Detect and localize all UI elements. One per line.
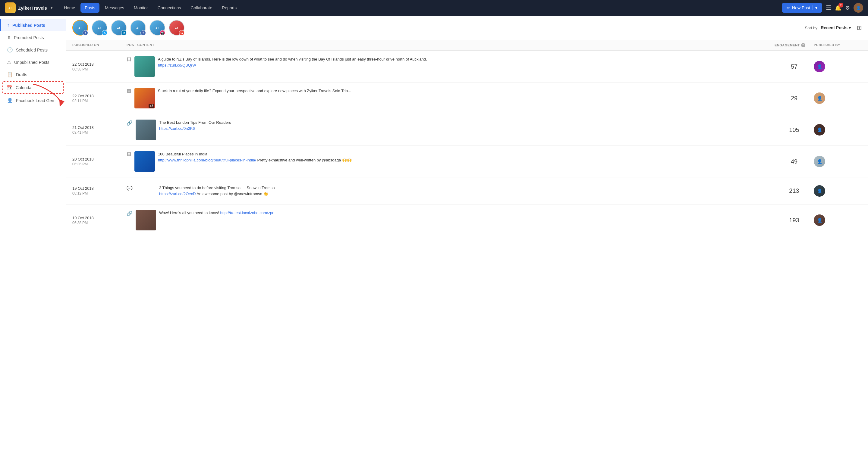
nav-item-reports[interactable]: Reports xyxy=(218,3,241,13)
posts-list: 22 Oct 2018 06:38 PM 🖼 A guide to NZ's B… xyxy=(66,51,868,236)
col-header-engagement: ENGAGEMENT ? xyxy=(775,43,814,47)
fb-badge-2: f xyxy=(141,30,146,36)
tw-badge-1: 𝕏 xyxy=(102,30,107,36)
sidebar-item-drafts[interactable]: 📋 Drafts xyxy=(0,68,66,81)
publisher-avatar-1: 👤 xyxy=(814,61,862,72)
post-date-3: 21 Oct 2018 03:41 PM xyxy=(72,125,127,135)
main-content: ZT f ZT 𝕏 ZT in ZT f ZT 📷 ZT G xyxy=(66,16,868,459)
engagement-count-1: 57 xyxy=(775,63,814,70)
sidebar-label-calendar: Calendar xyxy=(16,85,33,90)
table-row: 19 Oct 2018 08:12 PM 💬 3 Things you need… xyxy=(66,177,868,204)
nav-item-messages[interactable]: Messages xyxy=(101,3,128,13)
table-row: 20 Oct 2018 06:36 PM 🖼 100 Beautiful Pla… xyxy=(66,146,868,177)
table-row: 22 Oct 2018 02:11 PM 🖼 +3 Stuck in a rut… xyxy=(66,83,868,114)
post-thumbnail-1[interactable] xyxy=(134,56,155,77)
avatar-1: 👤 xyxy=(814,61,825,72)
li-badge-1: in xyxy=(121,30,127,36)
post-content-cell-3: 🔗 The Best London Tips From Our Readers … xyxy=(127,120,775,140)
nav-items: Home Posts Messages Monitor Connections … xyxy=(60,3,782,13)
post-thumbnail-3[interactable] xyxy=(135,120,156,140)
post-link-3[interactable]: https://zurl.co/0n2K6 xyxy=(159,126,195,131)
sort-chevron-icon: ▾ xyxy=(849,25,851,30)
post-link-6[interactable]: http://tu-test.localzoho.com/zpn xyxy=(220,210,274,215)
nav-item-monitor[interactable]: Monitor xyxy=(130,3,152,13)
calendar-icon: 📅 xyxy=(7,85,13,90)
sidebar-label-leadgen: Facebook Lead Gen xyxy=(16,98,54,103)
nav-item-posts[interactable]: Posts xyxy=(81,3,99,13)
unpublished-posts-icon: ⚠ xyxy=(7,59,11,65)
sidebar-item-promoted[interactable]: ⬆ Promoted Posts xyxy=(0,31,66,44)
post-type-icon-3: 🔗 xyxy=(127,120,133,126)
new-post-label: New Post xyxy=(792,5,810,10)
scheduled-posts-icon: 🕐 xyxy=(7,47,13,53)
sort-current-value: Recent Posts xyxy=(821,25,847,30)
post-thumbnail-2[interactable]: +3 xyxy=(134,88,155,108)
post-date-2: 22 Oct 2018 02:11 PM xyxy=(72,94,127,103)
engagement-count-2: 29 xyxy=(775,95,814,102)
engagement-count-6: 193 xyxy=(775,217,814,224)
channel-ig1[interactable]: ZT 📷 xyxy=(150,20,165,36)
sidebar-item-leadgen[interactable]: 👤 Facebook Lead Gen xyxy=(0,94,66,107)
table-row: 19 Oct 2018 06:38 PM 🔗 Wow! Here's all y… xyxy=(66,204,868,236)
app-body: ↑ Published Posts ⬆ Promoted Posts 🕐 Sch… xyxy=(0,16,868,459)
publisher-avatar-3: 👤 xyxy=(814,124,862,135)
nav-item-collaborate[interactable]: Collaborate xyxy=(187,3,217,13)
fb-badge-1: f xyxy=(83,30,88,36)
publisher-avatar-4: 👤 xyxy=(814,156,862,167)
col-header-published-on: PUBLISHED ON xyxy=(72,43,127,47)
settings-button[interactable]: ⚙ xyxy=(845,4,850,11)
brand-logo-icon: ZT xyxy=(5,2,16,13)
sidebar-label-published: Published Posts xyxy=(12,23,45,28)
avatar-5: 👤 xyxy=(814,185,825,197)
post-text-5: 3 Things you need to do before visiting … xyxy=(159,185,275,197)
channel-gm1[interactable]: ZT G xyxy=(169,20,184,36)
post-link-5[interactable]: https://zurl.co/2OexD xyxy=(159,192,195,196)
view-toggle-button[interactable]: ⊞ xyxy=(857,24,862,31)
channel-fb2[interactable]: ZT f xyxy=(130,20,146,36)
post-text-4: 100 Beautiful Places in India http://www… xyxy=(158,151,352,163)
channel-fb1[interactable]: ZT f xyxy=(72,20,88,36)
nav-item-home[interactable]: Home xyxy=(60,3,79,13)
post-type-icon-6: 🔗 xyxy=(127,210,133,216)
sidebar: ↑ Published Posts ⬆ Promoted Posts 🕐 Sch… xyxy=(0,16,66,459)
post-thumbnail-4[interactable] xyxy=(134,151,155,172)
new-post-button[interactable]: ✏ New Post ▾ xyxy=(782,3,822,13)
publisher-avatar-6: 👤 xyxy=(814,215,862,226)
user-avatar[interactable]: 👤 xyxy=(854,3,863,13)
sort-by-label: Sort by: xyxy=(805,26,818,30)
post-text-6: Wow! Here's all you need to know! http:/… xyxy=(159,210,274,216)
publisher-avatar-5: 👤 xyxy=(814,185,862,197)
sidebar-item-published[interactable]: ↑ Published Posts xyxy=(0,19,66,31)
menu-icon-button[interactable]: ☰ xyxy=(826,4,831,11)
post-link-1[interactable]: https://zurl.co/QBQrW xyxy=(158,63,196,67)
new-post-dropdown-chevron[interactable]: ▾ xyxy=(812,5,817,10)
nav-item-connections[interactable]: Connections xyxy=(153,3,185,13)
brand-chevron-icon: ▾ xyxy=(51,6,53,10)
channel-tw1[interactable]: ZT 𝕏 xyxy=(92,20,107,36)
avatar-3: 👤 xyxy=(814,124,825,135)
sidebar-item-calendar[interactable]: 📅 Calendar xyxy=(2,81,64,94)
post-type-icon-5: 💬 xyxy=(127,186,133,191)
sidebar-item-scheduled[interactable]: 🕐 Scheduled Posts xyxy=(0,44,66,56)
nav-right-area: ✏ New Post ▾ ☰ 🔔 2 ⚙ 👤 xyxy=(782,3,863,13)
post-thumbnail-6[interactable] xyxy=(135,210,156,230)
sort-dropdown[interactable]: Recent Posts ▾ xyxy=(821,25,851,30)
brand-logo-area[interactable]: ZT ZylkerTravels ▾ xyxy=(5,2,53,13)
notifications-button[interactable]: 🔔 2 xyxy=(835,4,841,11)
brand-name: ZylkerTravels xyxy=(18,5,47,10)
engagement-info-icon[interactable]: ? xyxy=(801,43,805,47)
post-text-2: Stuck in a rut of your daily life? Expan… xyxy=(158,88,351,94)
sidebar-item-unpublished[interactable]: ⚠ Unpublished Posts xyxy=(0,56,66,68)
leadgen-icon: 👤 xyxy=(7,98,13,103)
ig-badge-1: 📷 xyxy=(160,30,165,36)
sidebar-label-unpublished: Unpublished Posts xyxy=(14,60,50,65)
sort-area: Sort by: Recent Posts ▾ ⊞ xyxy=(805,24,862,31)
post-type-icon-4: 🖼 xyxy=(127,152,131,157)
gm-badge-1: G xyxy=(179,30,184,36)
post-content-cell-6: 🔗 Wow! Here's all you need to know! http… xyxy=(127,210,775,230)
engagement-count-3: 105 xyxy=(775,127,814,133)
post-link-4[interactable]: http://www.thrillophilia.com/blog/beauti… xyxy=(158,158,256,162)
table-row: 22 Oct 2018 06:38 PM 🖼 A guide to NZ's B… xyxy=(66,51,868,83)
post-content-cell-2: 🖼 +3 Stuck in a rut of your daily life? … xyxy=(127,88,775,108)
channel-li1[interactable]: ZT in xyxy=(111,20,127,36)
